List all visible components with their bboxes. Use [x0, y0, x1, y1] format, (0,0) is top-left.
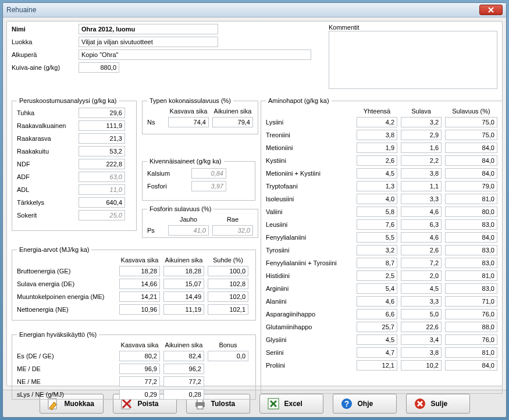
amino-digestibility[interactable]	[445, 194, 497, 204]
amino-digestibility[interactable]	[445, 245, 497, 255]
perus-value-input[interactable]	[79, 172, 125, 182]
amino-digestible[interactable]	[401, 245, 442, 255]
amino-digestible[interactable]	[401, 155, 442, 166]
perus-value-input[interactable]	[79, 146, 125, 156]
energ-v1[interactable]	[119, 304, 160, 315]
titlebar[interactable]: Rehuaine	[3, 3, 506, 17]
amino-digestibility[interactable]	[445, 283, 497, 294]
amino-total[interactable]	[357, 322, 397, 332]
amino-total[interactable]	[357, 270, 397, 281]
energ-v3[interactable]	[208, 291, 248, 302]
energ-v3[interactable]	[208, 304, 248, 315]
amino-digestible[interactable]	[401, 258, 442, 268]
amino-total[interactable]	[357, 168, 397, 179]
luokka-input[interactable]	[79, 37, 218, 47]
amino-total[interactable]	[357, 194, 397, 204]
hyvak-v2[interactable]	[163, 376, 204, 387]
energ-v2[interactable]	[163, 291, 204, 302]
amino-digestibility[interactable]	[445, 143, 497, 153]
hyvak-v2[interactable]	[163, 351, 204, 361]
amino-digestible[interactable]	[401, 347, 442, 358]
amino-digestible[interactable]	[401, 143, 442, 153]
nimi-input[interactable]	[79, 24, 218, 34]
sulje-button[interactable]: Sulje	[406, 394, 470, 414]
amino-digestible[interactable]	[401, 219, 442, 230]
amino-digestible[interactable]	[401, 168, 442, 179]
amino-digestibility[interactable]	[445, 168, 497, 179]
energ-v1[interactable]	[119, 291, 160, 302]
amino-digestible[interactable]	[401, 270, 442, 281]
amino-digestibility[interactable]	[445, 181, 497, 191]
amino-digestible[interactable]	[401, 207, 442, 217]
amino-digestible[interactable]	[401, 194, 442, 204]
hyvak-v2[interactable]	[163, 389, 204, 400]
fosfo-v2[interactable]	[212, 225, 253, 236]
perus-value-input[interactable]	[79, 184, 125, 195]
amino-digestible[interactable]	[401, 283, 442, 294]
amino-total[interactable]	[357, 258, 397, 268]
perus-value-input[interactable]	[79, 210, 125, 220]
amino-digestible[interactable]	[401, 181, 442, 191]
amino-digestibility[interactable]	[445, 219, 497, 230]
hyvak-v3[interactable]	[208, 351, 248, 361]
amino-total[interactable]	[357, 283, 397, 294]
kiven-value-input[interactable]	[191, 168, 226, 179]
amino-digestible[interactable]	[401, 334, 442, 345]
amino-digestibility[interactable]	[445, 360, 497, 371]
amino-digestibility[interactable]	[445, 322, 497, 332]
amino-digestibility[interactable]	[445, 117, 497, 127]
perus-value-input[interactable]	[79, 159, 125, 169]
amino-total[interactable]	[357, 334, 397, 345]
energ-v2[interactable]	[163, 266, 204, 276]
energ-v2[interactable]	[163, 279, 204, 289]
amino-total[interactable]	[357, 245, 397, 255]
amino-total[interactable]	[357, 155, 397, 166]
hyvak-v2[interactable]	[163, 364, 204, 374]
kommentit-textarea[interactable]	[329, 31, 497, 89]
amino-total[interactable]	[357, 347, 397, 358]
amino-digestibility[interactable]	[445, 130, 497, 140]
typen-v2[interactable]	[212, 117, 253, 127]
hyvak-v1[interactable]	[119, 351, 160, 361]
amino-digestible[interactable]	[401, 360, 442, 371]
energ-v3[interactable]	[208, 279, 248, 289]
amino-total[interactable]	[357, 117, 397, 127]
hyvak-v1[interactable]	[119, 364, 160, 374]
amino-total[interactable]	[357, 207, 397, 217]
amino-total[interactable]	[357, 360, 397, 371]
amino-total[interactable]	[357, 181, 397, 191]
amino-total[interactable]	[357, 296, 397, 307]
amino-total[interactable]	[357, 130, 397, 140]
amino-digestibility[interactable]	[445, 309, 497, 319]
amino-digestible[interactable]	[401, 309, 442, 319]
amino-digestibility[interactable]	[445, 334, 497, 345]
energ-v2[interactable]	[163, 304, 204, 315]
amino-digestibility[interactable]	[445, 347, 497, 358]
ohje-button[interactable]: ? Ohje	[333, 394, 397, 414]
hyvak-v1[interactable]	[119, 376, 160, 387]
close-button[interactable]	[479, 5, 503, 15]
amino-total[interactable]	[357, 232, 397, 243]
energ-v1[interactable]	[119, 279, 160, 289]
amino-digestible[interactable]	[401, 322, 442, 332]
amino-digestibility[interactable]	[445, 232, 497, 243]
kiven-value-input[interactable]	[191, 181, 226, 191]
energ-v1[interactable]	[119, 266, 160, 276]
perus-value-input[interactable]	[79, 197, 125, 208]
amino-total[interactable]	[357, 219, 397, 230]
amino-digestible[interactable]	[401, 117, 442, 127]
perus-value-input[interactable]	[79, 133, 125, 144]
amino-digestible[interactable]	[401, 130, 442, 140]
hyvak-v1[interactable]	[119, 389, 160, 400]
amino-digestibility[interactable]	[445, 296, 497, 307]
perus-value-input[interactable]	[79, 108, 125, 118]
alkupera-input[interactable]	[79, 49, 311, 60]
kuiva-input[interactable]	[79, 62, 119, 73]
amino-digestibility[interactable]	[445, 258, 497, 268]
amino-total[interactable]	[357, 309, 397, 319]
typen-v1[interactable]	[168, 117, 209, 127]
amino-digestibility[interactable]	[445, 207, 497, 217]
amino-total[interactable]	[357, 143, 397, 153]
amino-digestible[interactable]	[401, 232, 442, 243]
amino-digestibility[interactable]	[445, 155, 497, 166]
